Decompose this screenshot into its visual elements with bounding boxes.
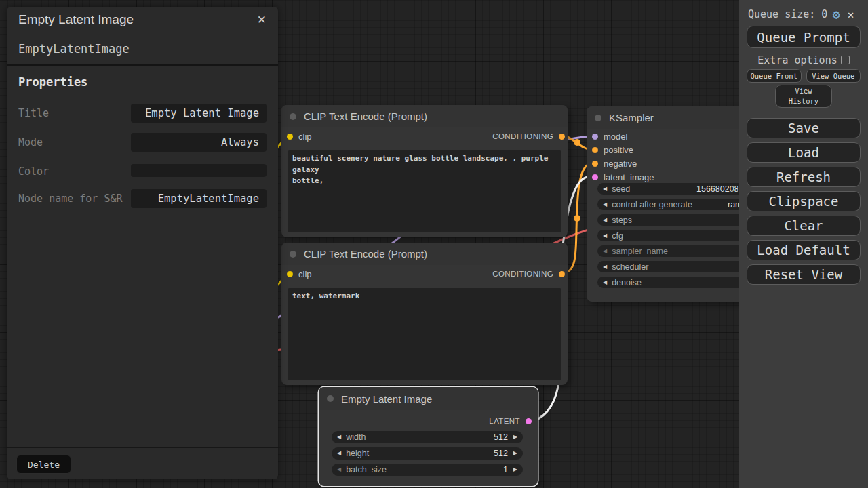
load-default-button[interactable]: Load Default (747, 240, 861, 260)
slot-row: clip CONDITIONING (281, 127, 568, 145)
node-title: KSampler (609, 112, 654, 123)
mode-field-label: Mode (18, 133, 127, 150)
slot-row: clip CONDITIONING (281, 265, 568, 283)
decrement-arrow-icon[interactable]: ◀ (337, 434, 341, 440)
decrement-arrow-icon[interactable]: ◀ (603, 202, 607, 207)
mode-field-input[interactable]: Always (131, 133, 267, 152)
collapse-dot-icon[interactable] (595, 115, 601, 121)
slot-row: latent_image (587, 170, 722, 184)
node-empty-latent-image[interactable]: Empty Latent Image LATENT ◀ width 512 ▶ … (319, 387, 538, 486)
widget-label: denoise (612, 278, 642, 287)
node-title-bar[interactable]: Empty Latent Image (319, 387, 538, 410)
decrement-arrow-icon[interactable]: ◀ (337, 467, 341, 472)
clip-input-label: clip (298, 269, 312, 279)
batch-size-widget[interactable]: ◀ batch_size 1 ▶ (332, 464, 523, 476)
model-input-label: model (604, 131, 627, 142)
title-field-input[interactable]: Empty Latent Image (131, 104, 267, 123)
positive-input-dot[interactable] (592, 147, 598, 153)
collapse-dot-icon[interactable] (290, 251, 296, 258)
gear-icon[interactable]: ⚙ (832, 7, 840, 22)
widget-label: steps (612, 216, 632, 225)
queue-prompt-button[interactable]: Queue Prompt (747, 26, 861, 48)
model-input-dot[interactable] (592, 134, 598, 140)
refresh-button[interactable]: Refresh (747, 167, 861, 187)
latent-image-input-dot[interactable] (592, 174, 598, 180)
decrement-arrow-icon[interactable]: ◀ (603, 233, 607, 239)
extra-options-checkbox[interactable] (841, 56, 850, 64)
clip-input-dot[interactable] (287, 271, 293, 277)
widget-value: 512 (494, 432, 508, 442)
clipspace-button[interactable]: Clipspace (747, 191, 861, 211)
conditioning-output-dot[interactable] (559, 134, 565, 140)
conditioning-output-label: CONDITIONING (492, 270, 553, 278)
queue-size-label: Queue size: 0 (748, 8, 827, 20)
node-title-bar[interactable]: CLIP Text Encode (Prompt) (281, 105, 568, 127)
width-widget[interactable]: ◀ width 512 ▶ (332, 431, 523, 443)
clear-button[interactable]: Clear (747, 216, 861, 236)
slot-row: negative (587, 157, 722, 170)
decrement-arrow-icon[interactable]: ◀ (603, 186, 607, 192)
color-field-input[interactable] (131, 164, 267, 177)
increment-arrow-icon[interactable]: ▶ (513, 467, 517, 472)
view-history-button[interactable]: View History (775, 85, 832, 108)
node-properties-panel: Empty Latent Image ✕ EmptyLatentImage Pr… (7, 7, 278, 479)
extra-options-label: Extra options (757, 54, 837, 66)
node-name-field-label: Node name for S&R (18, 189, 127, 206)
widget-label: seed (612, 184, 630, 194)
widget-label: width (346, 432, 366, 442)
increment-arrow-icon[interactable]: ▶ (513, 434, 517, 440)
node-title: CLIP Text Encode (Prompt) (304, 248, 427, 260)
negative-input-dot[interactable] (592, 161, 598, 167)
widget-label: cfg (612, 231, 623, 241)
load-button[interactable]: Load (747, 142, 861, 163)
height-widget[interactable]: ◀ height 512 ▶ (332, 447, 523, 460)
conditioning-output-label: CONDITIONING (492, 132, 553, 140)
decrement-arrow-icon[interactable]: ◀ (337, 451, 341, 456)
latent-output-slot: LATENT (489, 417, 532, 425)
positive-prompt-textarea[interactable]: beautiful scenery nature glass bottle la… (288, 150, 561, 232)
widget-label: control after generate (612, 200, 692, 209)
close-icon[interactable]: ✕ (257, 13, 267, 27)
widget-value: 512 (494, 449, 508, 458)
latent-output-label: LATENT (489, 417, 520, 425)
widget-value: 1566802087 (696, 184, 744, 194)
node-name-field-input[interactable]: EmptyLatentImage (131, 189, 267, 208)
collapse-dot-icon[interactable] (290, 113, 296, 120)
decrement-arrow-icon[interactable]: ◀ (603, 264, 607, 270)
clip-input-dot[interactable] (287, 134, 293, 140)
link-midpoint-dot (574, 139, 580, 146)
decrement-arrow-icon[interactable]: ◀ (603, 218, 607, 223)
queue-front-button[interactable]: Queue Front (747, 69, 802, 83)
properties-section-heading: Properties (18, 75, 267, 89)
decrement-arrow-icon[interactable]: ◀ (603, 249, 607, 254)
slot-row: positive (587, 143, 722, 157)
negative-prompt-textarea[interactable]: text, watermark (288, 288, 561, 380)
widget-label: scheduler (612, 262, 648, 272)
widget-value: 1 (503, 465, 508, 474)
node-type-name: EmptyLatentImage (7, 33, 278, 66)
node-clip-text-encode-positive[interactable]: CLIP Text Encode (Prompt) clip CONDITION… (281, 105, 568, 237)
collapse-dot-icon[interactable] (327, 395, 334, 402)
close-icon[interactable]: ✕ (848, 8, 854, 21)
clip-input-label: clip (298, 131, 312, 142)
delete-node-button[interactable]: Delete (16, 455, 71, 474)
conditioning-output-dot[interactable] (559, 271, 565, 277)
node-title-bar[interactable]: CLIP Text Encode (Prompt) (281, 243, 568, 265)
slot-row: model (587, 129, 722, 143)
node-clip-text-encode-negative[interactable]: CLIP Text Encode (Prompt) clip CONDITION… (281, 243, 568, 385)
comfy-menu: Queue size: 0 ⚙ ✕ Queue Prompt Extra opt… (739, 0, 868, 488)
save-button[interactable]: Save (747, 118, 861, 138)
negative-input-label: negative (604, 159, 637, 169)
latent-image-input-label: latent_image (604, 172, 654, 182)
increment-arrow-icon[interactable]: ▶ (513, 451, 517, 456)
positive-input-label: positive (604, 145, 633, 155)
panel-title: Empty Latent Image (18, 12, 134, 27)
view-queue-button[interactable]: View Queue (806, 69, 861, 83)
decrement-arrow-icon[interactable]: ◀ (603, 280, 607, 285)
widget-label: sampler_name (612, 247, 668, 256)
latent-output-dot[interactable] (526, 418, 532, 424)
comfyui-canvas[interactable]: CLIP Text Encode (Prompt) clip CONDITION… (0, 0, 868, 488)
widget-label: batch_size (346, 465, 387, 474)
node-title: CLIP Text Encode (Prompt) (304, 110, 427, 122)
reset-view-button[interactable]: Reset View (747, 264, 861, 285)
